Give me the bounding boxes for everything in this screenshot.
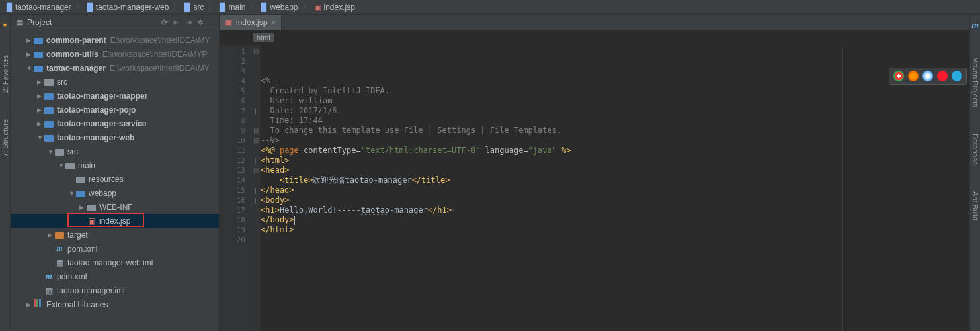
tree-taotao-manager-web[interactable]: ▼taotao-manager-web xyxy=(11,130,219,144)
folder-icon xyxy=(65,162,75,169)
iml-icon: ▦ xyxy=(44,286,54,295)
gear-icon[interactable]: ✲ xyxy=(197,18,204,27)
tree-target[interactable]: ▶target xyxy=(11,228,219,242)
breadcrumb-src[interactable]: ▉src xyxy=(182,3,206,12)
tree-src[interactable]: ▶src xyxy=(11,75,219,89)
svg-rect-1 xyxy=(34,52,43,58)
tree-taotao-manager-service[interactable]: ▶taotao-manager-service xyxy=(11,117,219,130)
tree-pom.xml[interactable]: mpom.xml xyxy=(11,269,219,283)
expand-icon[interactable]: ⇥ xyxy=(185,18,192,27)
tool-maven[interactable]: Maven Projects xyxy=(971,57,979,107)
tool-database[interactable]: Database xyxy=(971,134,979,165)
jsp-icon: ▣ xyxy=(225,18,232,27)
svg-rect-16 xyxy=(39,299,41,307)
tree-common-parent[interactable]: ▶common-parentE:\workspace\interlIDEA\MY xyxy=(11,33,219,47)
context-html[interactable]: html xyxy=(253,33,274,42)
folder-icon xyxy=(86,203,97,211)
breadcrumb-webapp[interactable]: ▉webapp xyxy=(259,3,300,12)
breadcrumb-index.jsp[interactable]: ▣index.jsp xyxy=(311,3,358,12)
svg-rect-15 xyxy=(36,299,38,307)
tree-WEB-INF[interactable]: ▶WEB-INF xyxy=(11,200,219,214)
svg-rect-0 xyxy=(34,38,43,44)
tree-src[interactable]: ▼src xyxy=(11,144,219,158)
tree-taotao-manager-web.iml[interactable]: ▦taotao-manager-web.iml xyxy=(11,256,219,269)
firefox-icon[interactable] xyxy=(908,71,919,81)
collapse-icon[interactable]: ⇤ xyxy=(173,18,180,27)
code-area[interactable]: <%-- Created by IntelliJ IDEA. User: wil… xyxy=(261,45,980,331)
breadcrumb-main[interactable]: ▉main xyxy=(217,3,248,12)
tab-label: index.jsp xyxy=(236,18,267,27)
folder-blue-icon xyxy=(33,64,44,72)
opera-icon[interactable] xyxy=(937,71,948,81)
project-toolbar: ⟳ ⇤ ⇥ ✲ ⎼ xyxy=(161,18,214,27)
tool-structure[interactable]: 7: Structure xyxy=(1,119,9,157)
folder-blue-icon xyxy=(33,50,44,58)
svg-rect-10 xyxy=(76,177,85,183)
project-icon: ▤ xyxy=(16,18,23,27)
left-tool-strip: ★ 2: Favorites 7: Structure xyxy=(0,15,11,331)
editor: ▣ index.jsp × html 123456789101112131415… xyxy=(220,15,980,331)
editor-body[interactable]: 1234567891011121314151617181920 ⊟⌊⊟⊟⌊⊟⌊⌊… xyxy=(220,45,980,331)
project-panel: ▤ Project ⟳ ⇤ ⇥ ✲ ⎼ ▶common-parentE:\wor… xyxy=(11,15,220,331)
svg-rect-13 xyxy=(55,232,64,239)
folder-blue-icon xyxy=(33,36,44,44)
tree-pom.xml[interactable]: mpom.xml xyxy=(11,242,219,256)
safari-icon[interactable] xyxy=(922,71,933,81)
folder-icon: ▉ xyxy=(7,3,13,12)
tree-taotao-manager[interactable]: ▼taotao-managerE:\workspace\interlIDEA\M… xyxy=(11,61,219,75)
svg-rect-12 xyxy=(87,205,96,211)
svg-rect-7 xyxy=(44,135,54,142)
project-header-label: Project xyxy=(27,18,52,27)
folder-icon xyxy=(75,175,86,183)
breadcrumb-taotao-manager-web[interactable]: ▉taotao-manager-web xyxy=(85,3,172,12)
gutter: 1234567891011121314151617181920 xyxy=(220,45,251,331)
m-icon: m xyxy=(44,271,54,281)
tree-resources[interactable]: resources xyxy=(11,172,219,186)
folder-blue-icon xyxy=(44,120,54,128)
tree-common-utils[interactable]: ▶common-utilsE:\workspace\interlIDEA\MYP xyxy=(11,47,219,61)
tree-taotao-manager.iml[interactable]: ▦taotao-manager.iml xyxy=(11,283,219,297)
folder-icon xyxy=(44,78,54,86)
svg-rect-4 xyxy=(44,93,54,100)
favorites-star-icon: ★ xyxy=(2,21,8,28)
right-tool-strip: m Maven Projects Database Ant Build xyxy=(969,15,980,331)
svg-rect-6 xyxy=(44,121,54,128)
tree-taotao-manager-mapper[interactable]: ▶taotao-manager-mapper xyxy=(11,89,219,103)
svg-rect-2 xyxy=(34,66,43,72)
svg-rect-9 xyxy=(65,163,75,169)
project-tree[interactable]: ▶common-parentE:\workspace\interlIDEA\MY… xyxy=(11,30,219,311)
folder-orange-icon xyxy=(54,231,65,239)
tool-ant[interactable]: Ant Build xyxy=(971,191,979,220)
tree-webapp[interactable]: ▼webapp xyxy=(11,186,219,200)
tree-main[interactable]: ▼main xyxy=(11,158,219,172)
folder-icon: ▉ xyxy=(261,3,267,12)
chrome-icon[interactable] xyxy=(893,71,904,81)
svg-rect-11 xyxy=(76,191,85,197)
svg-rect-5 xyxy=(44,107,54,114)
folder-icon xyxy=(54,148,65,156)
context-bar: html xyxy=(220,30,980,45)
svg-rect-8 xyxy=(55,149,64,156)
folder-icon: ▉ xyxy=(220,3,225,12)
folder-icon: ▉ xyxy=(87,3,93,12)
project-header: ▤ Project ⟳ ⇤ ⇥ ✲ ⎼ xyxy=(11,15,219,30)
close-icon[interactable]: × xyxy=(271,19,275,26)
breadcrumb-taotao-manager[interactable]: ▉taotao-manager xyxy=(4,3,74,12)
jsp-icon: ▣ xyxy=(314,3,321,12)
hide-icon[interactable]: ⎼ xyxy=(209,18,214,27)
folder-blue-icon xyxy=(75,189,86,197)
tool-favorites[interactable]: 2: Favorites xyxy=(1,55,9,93)
folder-blue-icon xyxy=(44,92,54,100)
tab-index-jsp[interactable]: ▣ index.jsp × xyxy=(220,15,282,30)
folder-blue-icon xyxy=(44,106,54,114)
ie-icon[interactable] xyxy=(952,71,962,81)
browser-preview xyxy=(889,68,967,85)
tree-External Libraries[interactable]: ▶External Libraries xyxy=(11,297,219,311)
autoscroll-icon[interactable]: ⟳ xyxy=(161,18,168,27)
books-icon xyxy=(33,299,44,309)
breadcrumb: ▉taotao-manager〉▉taotao-manager-web〉▉src… xyxy=(0,0,980,15)
tree-taotao-manager-pojo[interactable]: ▶taotao-manager-pojo xyxy=(11,103,219,117)
fold-column[interactable]: ⊟⌊⊟⊟⌊⊟⌊⌊ xyxy=(251,45,261,331)
svg-rect-3 xyxy=(44,79,54,86)
tab-bar: ▣ index.jsp × xyxy=(220,15,980,30)
